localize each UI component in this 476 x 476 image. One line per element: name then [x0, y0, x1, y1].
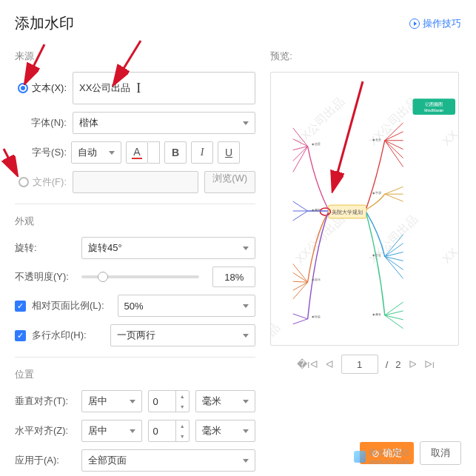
unit-value: 毫米: [202, 424, 221, 438]
chevron-down-icon: [243, 247, 249, 250]
source-label: 来源: [15, 50, 255, 63]
scale-label: 相对页面比例(L):: [32, 299, 104, 312]
page-input[interactable]: 1: [341, 355, 378, 374]
svg-line-36: [385, 194, 403, 201]
apply-label: 应用于(A):: [15, 454, 76, 467]
watermark-text-input[interactable]: XX公司出品 I: [73, 72, 255, 104]
last-page-button[interactable]: ᐅı: [424, 358, 435, 370]
svg-line-25: [293, 282, 308, 299]
multiline-checkbox[interactable]: ✓: [15, 330, 26, 341]
brand-watermark: 极光下载站 www.xz7.com: [354, 447, 409, 466]
svg-line-24: [293, 282, 308, 290]
svg-text:◉ 专业: ◉ 专业: [372, 138, 381, 141]
svg-text:MindMaster: MindMaster: [425, 109, 444, 113]
scale-select[interactable]: 50%: [118, 295, 256, 317]
svg-line-33: [385, 141, 403, 167]
page-sep: /: [386, 359, 389, 370]
svg-line-27: [293, 319, 308, 324]
svg-line-32: [385, 141, 403, 158]
font-value: 楷体: [79, 116, 98, 130]
svg-line-34: [385, 187, 403, 194]
font-select[interactable]: 楷体: [73, 112, 255, 134]
file-radio[interactable]: [19, 177, 29, 187]
apply-select[interactable]: 全部页面: [81, 449, 255, 472]
chevron-down-icon: [243, 400, 249, 403]
valign-unit[interactable]: 毫米: [195, 390, 256, 412]
slider-thumb[interactable]: [98, 272, 108, 282]
opacity-label: 不透明度(Y):: [15, 270, 76, 284]
play-icon: [409, 19, 420, 29]
svg-text:出品: 出品: [271, 321, 282, 345]
svg-text:XX公司出品: XX公司出品: [293, 212, 346, 265]
halign-label: 水平对齐(Z):: [15, 424, 76, 438]
prev-page-button[interactable]: ᐊ: [326, 358, 334, 370]
opacity-value[interactable]: 18%: [212, 267, 255, 287]
rotate-select[interactable]: 旋转45°: [81, 237, 255, 259]
italic-button[interactable]: I: [191, 141, 213, 164]
svg-line-20: [293, 211, 308, 221]
svg-text:◉ 兼备: ◉ 兼备: [372, 312, 381, 316]
size-label: 字号(S):: [15, 146, 67, 159]
scale-value: 50%: [124, 301, 144, 312]
text-cursor-icon: I: [136, 81, 141, 96]
svg-text:◉ 生涯: ◉ 生涯: [372, 253, 381, 257]
cancel-button[interactable]: 取消: [420, 441, 461, 465]
halign-unit[interactable]: 毫米: [195, 420, 256, 442]
apply-value: 全部页面: [88, 454, 127, 467]
valign-offset[interactable]: 0 ▲▼: [148, 390, 190, 412]
chevron-down-icon: [243, 459, 249, 463]
rotate-value: 旋转45°: [88, 241, 122, 255]
chevron-down-icon: [109, 151, 115, 155]
svg-line-22: [293, 272, 308, 282]
chevron-down-icon: [130, 429, 135, 433]
svg-text:XX公司出品: XX公司出品: [293, 95, 346, 148]
svg-text:亿图脑图: 亿图脑图: [424, 101, 443, 107]
preview-pane: XX公司出品 XX公司出品 XX XX公司出品 XX公司出品 XX 出品 亿图脑…: [270, 72, 459, 346]
halign-offset-value: 0: [149, 420, 175, 441]
chevron-down-icon: [243, 121, 249, 125]
page-total: 2: [395, 359, 400, 370]
svg-text:◉ 娱乐: ◉ 娱乐: [312, 278, 321, 281]
svg-line-23: [293, 281, 308, 282]
scale-checkbox[interactable]: ✓: [15, 301, 26, 312]
underline-button[interactable]: U: [218, 141, 240, 164]
valign-value: 居中: [88, 395, 107, 408]
font-label: 字体(N):: [15, 116, 67, 130]
svg-line-18: [293, 201, 308, 211]
font-color-dropdown[interactable]: [148, 141, 160, 164]
size-select[interactable]: 自动: [71, 141, 121, 164]
browse-button[interactable]: 浏览(W): [204, 171, 255, 193]
preview-label: 预览:: [270, 50, 461, 63]
pager: �ıᐊ ᐊ 1 / 2 ᐅ ᐅı: [270, 355, 461, 374]
next-page-button[interactable]: ᐅ: [409, 358, 417, 370]
chevron-down-icon: [130, 400, 135, 403]
svg-text:XX: XX: [440, 245, 458, 265]
dialog-title: 添加水印: [15, 13, 74, 33]
rotate-label: 旋转:: [15, 241, 76, 255]
halign-select[interactable]: 居中: [81, 420, 142, 442]
svg-text:◉ 玩耍: ◉ 玩耍: [312, 315, 321, 318]
svg-line-21: [293, 264, 308, 282]
svg-text:XX公司出品: XX公司出品: [366, 212, 420, 265]
text-value: XX公司出品: [79, 81, 130, 95]
chevron-down-icon: [243, 334, 249, 338]
bold-button[interactable]: B: [164, 141, 187, 164]
opacity-slider[interactable]: [81, 275, 199, 278]
file-path-input: [73, 171, 198, 193]
font-color-button[interactable]: A: [126, 141, 148, 164]
multiline-value: 一页两行: [117, 329, 155, 342]
valign-label: 垂直对齐(T):: [15, 395, 76, 408]
text-radio[interactable]: [18, 83, 28, 93]
svg-text:XX: XX: [440, 128, 458, 148]
position-label: 位置: [15, 368, 255, 381]
valign-select[interactable]: 居中: [81, 390, 142, 412]
halign-offset[interactable]: 0 ▲▼: [148, 420, 190, 442]
multiline-select[interactable]: 一页两行: [110, 324, 256, 346]
file-radio-label: 文件(F):: [33, 175, 67, 189]
tips-link[interactable]: 操作技巧: [409, 17, 461, 30]
chevron-down-icon: [243, 429, 249, 433]
brand-url: www.xz7.com: [369, 458, 409, 466]
halign-value: 居中: [88, 424, 107, 438]
first-page-button[interactable]: �ıᐊ: [297, 358, 318, 370]
text-radio-label: 文本(X):: [32, 81, 67, 95]
